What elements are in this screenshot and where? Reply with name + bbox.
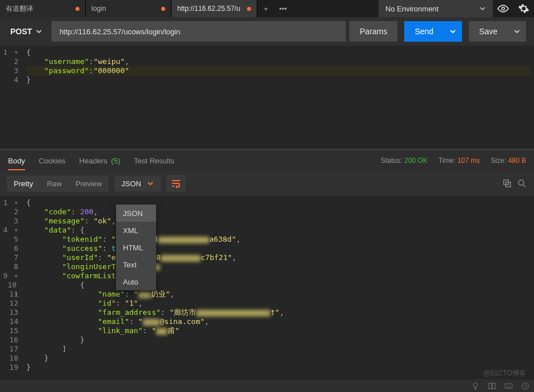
keyboard-icon[interactable]: [504, 382, 513, 390]
response-status: Status: 200 OK Time: 107 ms Size: 480 B: [372, 157, 526, 165]
status-bar: [0, 379, 534, 392]
svg-point-7: [522, 382, 528, 389]
response-toolbar: PrettyRawPreview JSON: [0, 171, 534, 196]
copy-icon[interactable]: [502, 178, 512, 189]
response-tab-headers[interactable]: Headers (5): [79, 157, 121, 165]
environment-label: No Environment: [385, 5, 439, 13]
chevron-down-icon: [35, 28, 42, 35]
tab-label: 有道翻译: [6, 4, 33, 14]
format-selector[interactable]: JSON: [114, 176, 161, 191]
svg-rect-5: [492, 383, 495, 389]
modified-dot-icon: [161, 7, 165, 11]
response-tab-body[interactable]: Body: [8, 157, 25, 165]
chevron-down-icon: [513, 28, 520, 35]
format-label: JSON: [121, 179, 141, 188]
method-selector[interactable]: POST: [10, 27, 48, 36]
format-option-xml[interactable]: XML: [116, 222, 156, 239]
gear-icon[interactable]: [513, 0, 534, 17]
response-header: BodyCookiesHeaders (5)Test Results Statu…: [0, 150, 534, 171]
format-option-auto[interactable]: Auto: [116, 273, 156, 290]
search-icon[interactable]: [517, 178, 527, 189]
url-text: http://116.62.25.57/ucows/login/login: [59, 27, 180, 36]
bulb-icon[interactable]: [471, 382, 480, 390]
url-input[interactable]: http://116.62.25.57/ucows/login/login: [51, 21, 346, 42]
format-option-html[interactable]: HTML: [116, 239, 156, 256]
format-option-json[interactable]: JSON: [116, 205, 156, 222]
params-button[interactable]: Params: [349, 21, 397, 42]
mode-raw[interactable]: Raw: [40, 175, 69, 192]
response-tab-cookies[interactable]: Cookies: [39, 157, 66, 165]
send-dropdown[interactable]: [444, 21, 462, 42]
chevron-down-icon: [479, 5, 486, 12]
request-body-editor[interactable]: 1 ▾234 { "username":"weipu", "password":…: [0, 46, 534, 149]
tab-label: http://116.62.25.57/u: [177, 5, 240, 13]
svg-rect-4: [489, 383, 492, 389]
modified-dot-icon: [75, 7, 79, 11]
format-option-text[interactable]: Text: [116, 256, 156, 273]
response-body-editor[interactable]: 1 ▾234 ▾56789 ▾10 ▾111213141516171819 { …: [0, 196, 534, 374]
tab-options-button[interactable]: •••: [274, 0, 292, 17]
tab[interactable]: login: [86, 0, 172, 17]
tab-bar: 有道翻译loginhttp://116.62.25.57/u + ••• No …: [0, 0, 534, 17]
save-dropdown[interactable]: [508, 21, 526, 42]
watermark: @51CTO博客: [483, 369, 526, 378]
wrap-icon[interactable]: [166, 175, 186, 192]
tab[interactable]: http://116.62.25.57/u: [172, 0, 257, 17]
new-tab-button[interactable]: +: [257, 0, 274, 17]
format-dropdown: JSONXMLHTMLTextAuto: [116, 205, 156, 290]
request-bar: POST http://116.62.25.57/ucows/login/log…: [0, 17, 534, 46]
method-label: POST: [10, 27, 32, 36]
panels-icon[interactable]: [488, 382, 496, 390]
mode-pretty[interactable]: Pretty: [7, 175, 40, 192]
response-tab-test-results[interactable]: Test Results: [134, 157, 174, 165]
chevron-down-icon: [449, 28, 456, 35]
help-icon[interactable]: [521, 382, 529, 390]
modified-dot-icon: [247, 7, 251, 11]
svg-rect-6: [505, 383, 512, 388]
svg-point-3: [519, 180, 524, 185]
eye-icon[interactable]: [493, 0, 513, 17]
svg-point-0: [502, 7, 505, 10]
tab[interactable]: 有道翻译: [0, 0, 86, 17]
mode-preview[interactable]: Preview: [69, 175, 109, 192]
save-button[interactable]: Save: [469, 21, 508, 42]
environment-selector[interactable]: No Environment: [378, 0, 493, 17]
send-button[interactable]: Send: [404, 21, 444, 42]
chevron-down-icon: [147, 180, 154, 187]
tab-label: login: [91, 5, 106, 13]
